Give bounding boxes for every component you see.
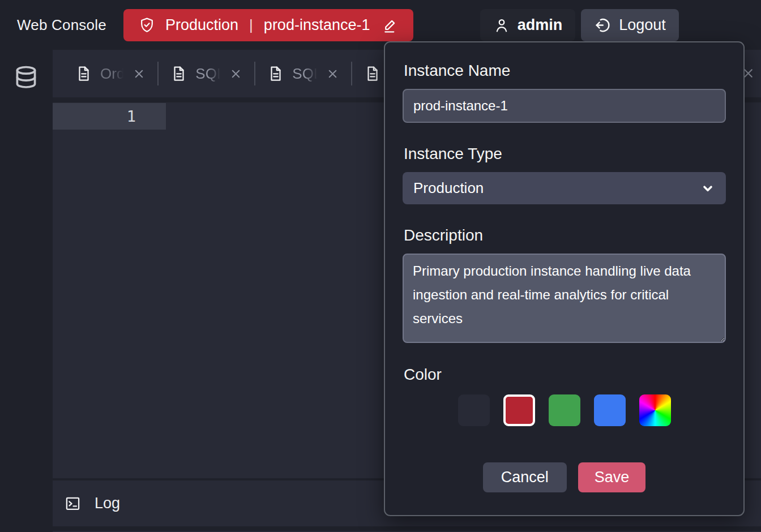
user-button[interactable]: admin: [480, 9, 575, 41]
app-title: Web Console: [17, 16, 106, 34]
tab-close-icon[interactable]: [229, 67, 242, 80]
edit-pencil-icon[interactable]: [382, 17, 399, 34]
edit-instance-dialog: Instance Name Instance Type Production D…: [384, 41, 745, 516]
shield-check-icon: [138, 16, 156, 34]
bottom-divider: [53, 526, 761, 531]
description-textarea[interactable]: Primary production instance handling liv…: [403, 254, 726, 343]
tab-label: SQL: [195, 65, 221, 83]
cancel-button[interactable]: Cancel: [483, 462, 567, 492]
color-swatch-blue[interactable]: [594, 394, 626, 426]
editor-active-line-gutter: 1: [53, 103, 166, 130]
chevron-down-icon: [700, 181, 715, 196]
color-swatch-default[interactable]: [458, 394, 490, 426]
database-icon[interactable]: [14, 65, 53, 93]
instance-type-selected-value: Production: [413, 179, 484, 197]
badge-separator: |: [248, 16, 254, 34]
left-sidebar: [0, 50, 53, 532]
tab-label: SQL: [292, 65, 318, 83]
tab-close-icon[interactable]: [132, 67, 146, 80]
user-icon: [493, 17, 510, 34]
logout-icon: [594, 16, 612, 34]
color-swatch-green[interactable]: [549, 394, 580, 426]
logout-button[interactable]: Logout: [581, 9, 679, 41]
save-button[interactable]: Save: [578, 462, 646, 492]
file-icon: [267, 65, 284, 82]
log-label: Log: [95, 495, 120, 512]
instance-type-select[interactable]: Production: [403, 172, 726, 204]
dialog-button-row: Cancel Save: [403, 462, 726, 492]
file-icon: [170, 65, 187, 82]
user-name: admin: [518, 16, 563, 34]
tab-close-icon[interactable]: [326, 67, 339, 80]
instance-badge[interactable]: Production | prod-instance-1: [123, 9, 413, 41]
logout-label: Logout: [619, 16, 666, 34]
description-field-label: Description: [404, 226, 726, 244]
color-field-label: Color: [404, 366, 726, 384]
terminal-icon: [64, 495, 82, 512]
instance-name-input[interactable]: [403, 89, 726, 123]
tab-label: Ord: [100, 65, 125, 83]
editor-tab[interactable]: Ord: [53, 50, 157, 97]
editor-tab[interactable]: SQL: [255, 50, 351, 97]
instance-name-field-label: Instance Name: [404, 62, 726, 80]
line-number: 1: [127, 108, 136, 125]
file-icon: [364, 65, 381, 82]
color-swatch-red[interactable]: [503, 394, 535, 426]
instance-name-label: prod-instance-1: [264, 16, 370, 34]
file-icon: [75, 65, 92, 82]
instance-type-label: Production: [165, 16, 238, 34]
color-swatch-rainbow[interactable]: [639, 394, 671, 426]
editor-tab[interactable]: SQL: [159, 50, 254, 97]
color-swatch-row: [403, 394, 726, 426]
instance-type-field-label: Instance Type: [404, 145, 726, 163]
